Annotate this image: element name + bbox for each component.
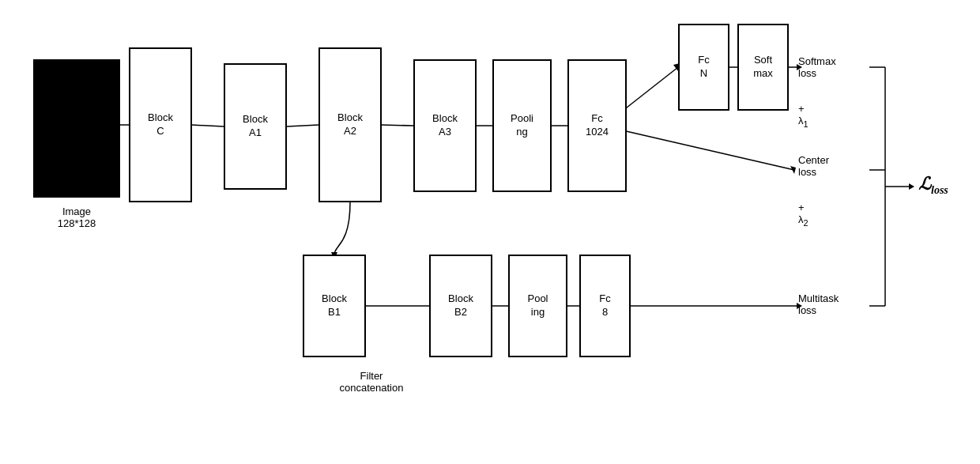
image-label: Image 128*128 (33, 206, 120, 229)
softmax: Softmax (737, 24, 789, 111)
fc-n: FcN (678, 24, 729, 111)
block-c: BlockC (129, 47, 192, 202)
filter-concat-label: Filterconcatenation (308, 370, 435, 394)
center-loss-label: Centerloss (798, 154, 829, 178)
fc-8: Fc8 (579, 255, 631, 357)
fc-1024: Fc1024 (567, 59, 627, 192)
block-b2: BlockB2 (429, 255, 492, 357)
block-b1: BlockB1 (303, 255, 366, 357)
block-a2: BlockA2 (318, 47, 382, 202)
svg-line-12 (623, 67, 678, 111)
pooling-bottom: Pooling (508, 255, 567, 357)
lambda1-label: +λ1 (798, 103, 808, 129)
input-image (33, 59, 120, 198)
svg-line-14 (623, 130, 794, 170)
svg-marker-34 (909, 183, 914, 190)
svg-line-2 (192, 125, 224, 126)
multitask-loss-label: Multitaskloss (798, 292, 839, 316)
lambda2-label: +λ2 (798, 202, 808, 228)
diagram: Image 128*128 BlockC BlockA1 BlockA2 Blo… (0, 0, 980, 464)
l-loss-label: ℒloss (918, 174, 948, 197)
softmax-loss-label: Softmaxloss (798, 55, 836, 79)
block-a3: BlockA3 (413, 59, 477, 192)
svg-marker-15 (790, 166, 796, 174)
block-a1: BlockA1 (224, 63, 287, 190)
pooling-top: Pooling (492, 59, 552, 192)
svg-line-4 (287, 125, 318, 126)
svg-line-6 (382, 125, 413, 126)
